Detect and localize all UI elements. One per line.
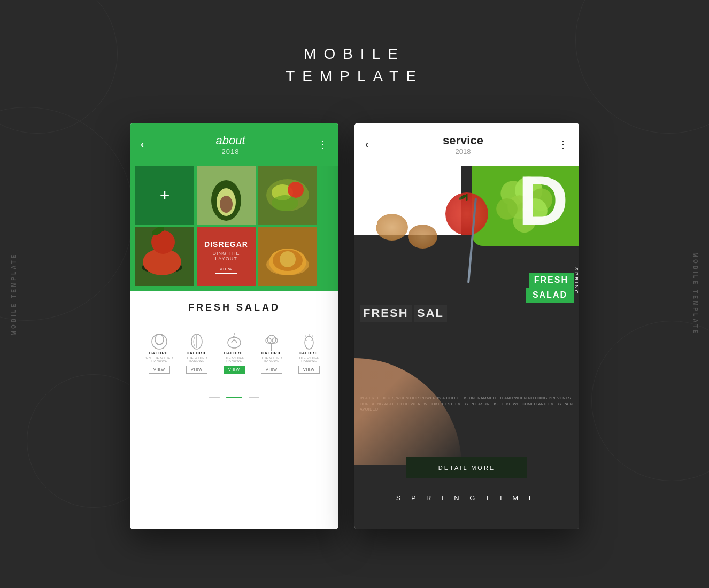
calorie-view-5[interactable]: VIEW	[298, 366, 320, 374]
svg-point-20	[152, 334, 167, 349]
svg-point-26	[267, 335, 276, 344]
salad-image	[258, 166, 317, 225]
red-cell-view-button[interactable]: VIEW	[215, 265, 237, 274]
image-grid: +	[130, 166, 338, 291]
calorie-sub-5: THE OTHERHANDWE	[298, 356, 319, 362]
calorie-item-3: CALORIE THE OTHERHANDWE VIEW	[217, 332, 251, 374]
calorie-view-1[interactable]: VIEW	[149, 366, 170, 374]
calorie-sub-3: THE OTHERHANDWE	[224, 356, 244, 362]
corn-icon	[299, 332, 319, 351]
calorie-label-4: CALORIE	[261, 351, 282, 355]
divider	[218, 320, 250, 320]
green-box-salad: SALAD	[526, 288, 574, 303]
grid-red-text-cell[interactable]: DISREGAR DING THE LAYOUT VIEW	[197, 227, 256, 286]
calorie-item-5: CALORIE THE OTHERHANDWE VIEW	[292, 332, 326, 374]
svg-point-29	[305, 336, 313, 349]
svg-point-3	[220, 196, 233, 213]
calorie-label-3: CALORIE	[224, 351, 245, 355]
calorie-sub-1: ON THE OTHERHANDWE	[145, 356, 173, 362]
calorie-view-2[interactable]: VIEW	[186, 366, 207, 374]
tomato-decoration	[445, 192, 488, 235]
left-screen-title: about	[215, 134, 245, 148]
plus-icon: +	[160, 185, 170, 205]
left-screen-year: 2018	[215, 148, 245, 156]
left-screen-header: ‹ about 2018 ⋮	[130, 123, 338, 166]
fresh-text-rows: FRESH SAL	[360, 305, 447, 323]
springtime-text: S P R I N G T I M E	[354, 493, 579, 502]
leaf-icon	[187, 332, 206, 351]
left-title-section: about 2018	[215, 134, 245, 156]
fresh-salad-section: FRESH SALAD CALORIE ON THE OTHERHANDWE V…	[130, 291, 338, 387]
calorie-row: CALORIE ON THE OTHERHANDWE VIEW CALORIE …	[141, 327, 328, 376]
calorie-label-5: CALORIE	[299, 351, 320, 355]
grid-avocado-cell[interactable]	[197, 166, 256, 225]
fresh-salad-title: FRESH SALAD	[141, 302, 328, 313]
left-menu-button[interactable]: ⋮	[317, 138, 328, 151]
curry-image	[258, 227, 317, 286]
right-phone-screen: ‹ service 2018 ⋮	[354, 123, 579, 529]
tomato-image	[135, 227, 194, 286]
calorie-item-2: CALORIE THE OTHERHANDWE VIEW	[180, 332, 214, 374]
detail-more-button[interactable]: DETAIL MORE	[406, 457, 527, 478]
disregar-text: DISREGAR	[204, 240, 248, 249]
calorie-label-2: CALORIE	[187, 351, 207, 355]
fresh-row-1: FRESH	[360, 305, 412, 322]
grid-curry-cell[interactable]	[258, 227, 317, 286]
left-phone-screen: ‹ about 2018 ⋮ +	[130, 123, 338, 529]
right-screen-year: 2018	[443, 148, 483, 156]
grid-tomato-cell[interactable]	[135, 227, 194, 286]
green-box-fresh: FRESH	[529, 273, 574, 288]
ding-text: DING THE LAYOUT	[202, 251, 250, 261]
fresh-row-2: SAL	[414, 305, 447, 322]
cabbage-icon	[150, 332, 169, 351]
right-screen-title: service	[443, 134, 483, 148]
calorie-sub-2: THE OTHERHANDWE	[186, 356, 207, 362]
svg-point-23	[228, 337, 241, 348]
right-back-button[interactable]: ‹	[365, 139, 368, 150]
broccoli-icon	[262, 332, 281, 351]
pagination-dots	[130, 387, 338, 409]
side-label-right: MOBILE TEMPLATE	[692, 253, 698, 336]
calorie-label-1: CALORIE	[149, 351, 170, 355]
letter-d: D	[518, 166, 568, 235]
egg-2	[408, 225, 437, 249]
letter-f: F	[363, 166, 405, 235]
calorie-item-1: CALORIE ON THE OTHERHANDWE VIEW	[142, 332, 176, 374]
calorie-item-4: CALORIE THE OTHERHANDWE VIEW	[255, 332, 289, 374]
calorie-view-3[interactable]: VIEW	[224, 366, 245, 374]
svg-point-40	[496, 198, 518, 220]
svg-point-7	[288, 182, 304, 198]
dot-2[interactable]	[226, 397, 242, 398]
dot-3[interactable]	[249, 397, 259, 398]
page-title: MOBILE TEMPLATE	[286, 43, 423, 88]
grid-salad-cell[interactable]	[258, 166, 317, 225]
right-menu-button[interactable]: ⋮	[558, 138, 568, 151]
calorie-sub-4: THE OTHERHANDWE	[261, 356, 282, 362]
spring-vertical-text: SPRING	[574, 267, 579, 296]
right-content-area: F D FRESH SALAD FRESH SAL SPRING IN A FR…	[354, 166, 579, 529]
grid-plus-cell[interactable]: +	[135, 166, 194, 225]
calorie-view-4[interactable]: VIEW	[261, 366, 282, 374]
page-header: MOBILE TEMPLATE	[286, 43, 423, 88]
screens-container: ‹ about 2018 ⋮ +	[130, 123, 579, 529]
dot-1[interactable]	[209, 397, 220, 398]
svg-point-8	[272, 195, 298, 211]
right-screen-header: ‹ service 2018 ⋮	[354, 123, 579, 166]
side-label-left: MOBILE TEMPLATE	[11, 253, 17, 336]
left-back-button[interactable]: ‹	[141, 139, 144, 150]
svg-point-19	[280, 251, 296, 267]
avocado-image	[197, 166, 256, 225]
onion-icon	[225, 332, 244, 351]
right-title-section: service 2018	[443, 134, 483, 156]
